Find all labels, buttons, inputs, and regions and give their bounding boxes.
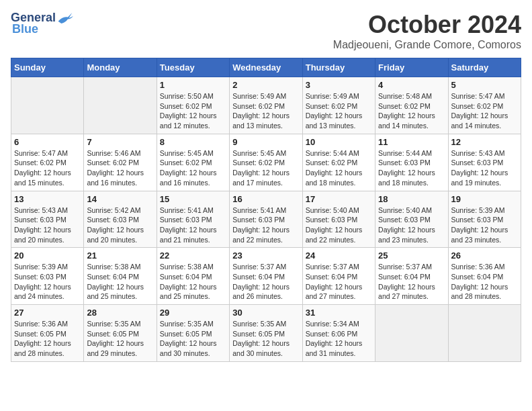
day-number: 19: [451, 194, 518, 204]
day-info: Sunrise: 5:36 AM Sunset: 6:04 PM Dayligh…: [451, 262, 518, 302]
calendar-day-cell: 5Sunrise: 5:47 AM Sunset: 6:02 PM Daylig…: [448, 77, 521, 134]
day-number: 25: [378, 250, 445, 261]
month-title: October 2024: [333, 11, 521, 39]
weekday-header: Friday: [375, 58, 448, 77]
calendar-day-cell: 21Sunrise: 5:38 AM Sunset: 6:04 PM Dayli…: [84, 248, 157, 305]
location: Madjeoueni, Grande Comore, Comoros: [333, 39, 521, 51]
day-info: Sunrise: 5:49 AM Sunset: 6:02 PM Dayligh…: [306, 91, 372, 131]
weekday-header: Saturday: [448, 58, 521, 77]
calendar-day-cell: 20Sunrise: 5:39 AM Sunset: 6:03 PM Dayli…: [11, 248, 84, 305]
day-info: Sunrise: 5:35 AM Sunset: 6:05 PM Dayligh…: [232, 319, 299, 359]
calendar-week-row: 1Sunrise: 5:50 AM Sunset: 6:02 PM Daylig…: [11, 77, 521, 134]
day-info: Sunrise: 5:35 AM Sunset: 6:05 PM Dayligh…: [87, 319, 153, 359]
calendar-day-cell: 2Sunrise: 5:49 AM Sunset: 6:02 PM Daylig…: [230, 77, 302, 134]
day-info: Sunrise: 5:44 AM Sunset: 6:03 PM Dayligh…: [378, 148, 445, 188]
logo: General Blue: [11, 11, 72, 36]
day-info: Sunrise: 5:39 AM Sunset: 6:03 PM Dayligh…: [451, 205, 518, 245]
day-info: Sunrise: 5:43 AM Sunset: 6:03 PM Dayligh…: [14, 205, 81, 245]
calendar-day-cell: 9Sunrise: 5:45 AM Sunset: 6:02 PM Daylig…: [230, 134, 302, 191]
day-info: Sunrise: 5:45 AM Sunset: 6:02 PM Dayligh…: [232, 148, 299, 188]
logo-blue: Blue: [12, 22, 38, 36]
day-info: Sunrise: 5:34 AM Sunset: 6:06 PM Dayligh…: [306, 319, 372, 359]
day-number: 18: [378, 194, 445, 204]
day-number: 9: [232, 137, 299, 147]
day-info: Sunrise: 5:40 AM Sunset: 6:03 PM Dayligh…: [306, 205, 372, 245]
day-info: Sunrise: 5:37 AM Sunset: 6:04 PM Dayligh…: [232, 262, 299, 302]
day-number: 26: [451, 250, 518, 261]
calendar-day-cell: 24Sunrise: 5:37 AM Sunset: 6:04 PM Dayli…: [302, 248, 375, 305]
calendar-day-cell: 13Sunrise: 5:43 AM Sunset: 6:03 PM Dayli…: [11, 191, 84, 248]
day-info: Sunrise: 5:50 AM Sunset: 6:02 PM Dayligh…: [160, 91, 226, 131]
calendar-day-cell: 10Sunrise: 5:44 AM Sunset: 6:02 PM Dayli…: [302, 134, 375, 191]
day-info: Sunrise: 5:47 AM Sunset: 6:02 PM Dayligh…: [451, 91, 518, 131]
day-info: Sunrise: 5:44 AM Sunset: 6:02 PM Dayligh…: [306, 148, 372, 188]
calendar-day-cell: [11, 77, 84, 134]
day-info: Sunrise: 5:38 AM Sunset: 6:04 PM Dayligh…: [160, 262, 226, 302]
title-area: October 2024 Madjeoueni, Grande Comore, …: [333, 11, 521, 51]
calendar-day-cell: 31Sunrise: 5:34 AM Sunset: 6:06 PM Dayli…: [302, 305, 375, 362]
day-number: 20: [14, 250, 81, 261]
calendar-header-row: SundayMondayTuesdayWednesdayThursdayFrid…: [11, 58, 521, 77]
day-info: Sunrise: 5:37 AM Sunset: 6:04 PM Dayligh…: [306, 262, 372, 302]
day-number: 8: [160, 137, 226, 147]
day-number: 31: [306, 308, 372, 318]
calendar-week-row: 27Sunrise: 5:36 AM Sunset: 6:05 PM Dayli…: [11, 305, 521, 362]
calendar-day-cell: 29Sunrise: 5:35 AM Sunset: 6:05 PM Dayli…: [157, 305, 229, 362]
weekday-header: Monday: [84, 58, 157, 77]
calendar-day-cell: 26Sunrise: 5:36 AM Sunset: 6:04 PM Dayli…: [448, 248, 521, 305]
day-number: 3: [306, 80, 372, 90]
day-number: 24: [306, 250, 372, 261]
day-number: 11: [378, 137, 445, 147]
day-info: Sunrise: 5:49 AM Sunset: 6:02 PM Dayligh…: [232, 91, 299, 131]
calendar-day-cell: 3Sunrise: 5:49 AM Sunset: 6:02 PM Daylig…: [302, 77, 375, 134]
day-info: Sunrise: 5:41 AM Sunset: 6:03 PM Dayligh…: [232, 205, 299, 245]
day-info: Sunrise: 5:47 AM Sunset: 6:02 PM Dayligh…: [14, 148, 81, 188]
calendar-day-cell: [375, 305, 448, 362]
calendar-day-cell: 19Sunrise: 5:39 AM Sunset: 6:03 PM Dayli…: [448, 191, 521, 248]
day-info: Sunrise: 5:48 AM Sunset: 6:02 PM Dayligh…: [378, 91, 445, 131]
day-number: 7: [87, 137, 153, 147]
weekday-header: Wednesday: [230, 58, 302, 77]
day-number: 22: [160, 250, 226, 261]
calendar-day-cell: 30Sunrise: 5:35 AM Sunset: 6:05 PM Dayli…: [230, 305, 302, 362]
day-number: 1: [160, 80, 226, 90]
day-info: Sunrise: 5:35 AM Sunset: 6:05 PM Dayligh…: [160, 319, 226, 359]
day-info: Sunrise: 5:39 AM Sunset: 6:03 PM Dayligh…: [14, 262, 81, 302]
calendar-day-cell: 8Sunrise: 5:45 AM Sunset: 6:02 PM Daylig…: [157, 134, 229, 191]
calendar-day-cell: 17Sunrise: 5:40 AM Sunset: 6:03 PM Dayli…: [302, 191, 375, 248]
calendar-day-cell: 7Sunrise: 5:46 AM Sunset: 6:02 PM Daylig…: [84, 134, 157, 191]
calendar-day-cell: 4Sunrise: 5:48 AM Sunset: 6:02 PM Daylig…: [375, 77, 448, 134]
calendar-day-cell: 16Sunrise: 5:41 AM Sunset: 6:03 PM Dayli…: [230, 191, 302, 248]
calendar: SundayMondayTuesdayWednesdayThursdayFrid…: [11, 58, 521, 362]
logo-bird-icon: [57, 11, 73, 25]
day-number: 16: [232, 194, 299, 204]
calendar-day-cell: 27Sunrise: 5:36 AM Sunset: 6:05 PM Dayli…: [11, 305, 84, 362]
calendar-day-cell: 1Sunrise: 5:50 AM Sunset: 6:02 PM Daylig…: [157, 77, 229, 134]
day-number: 27: [14, 308, 81, 318]
weekday-header: Sunday: [11, 58, 84, 77]
day-number: 2: [232, 80, 299, 90]
day-info: Sunrise: 5:40 AM Sunset: 6:03 PM Dayligh…: [378, 205, 445, 245]
day-number: 5: [451, 80, 518, 90]
calendar-day-cell: 12Sunrise: 5:43 AM Sunset: 6:03 PM Dayli…: [448, 134, 521, 191]
weekday-header: Tuesday: [157, 58, 229, 77]
day-number: 13: [14, 194, 81, 204]
day-number: 6: [14, 137, 81, 147]
day-info: Sunrise: 5:36 AM Sunset: 6:05 PM Dayligh…: [14, 319, 81, 359]
day-info: Sunrise: 5:45 AM Sunset: 6:02 PM Dayligh…: [160, 148, 226, 188]
calendar-day-cell: 14Sunrise: 5:42 AM Sunset: 6:03 PM Dayli…: [84, 191, 157, 248]
calendar-day-cell: 15Sunrise: 5:41 AM Sunset: 6:03 PM Dayli…: [157, 191, 229, 248]
day-number: 29: [160, 308, 226, 318]
day-number: 10: [306, 137, 372, 147]
calendar-week-row: 20Sunrise: 5:39 AM Sunset: 6:03 PM Dayli…: [11, 248, 521, 305]
day-number: 4: [378, 80, 445, 90]
calendar-day-cell: 18Sunrise: 5:40 AM Sunset: 6:03 PM Dayli…: [375, 191, 448, 248]
day-number: 14: [87, 194, 153, 204]
calendar-day-cell: [84, 77, 157, 134]
calendar-day-cell: 11Sunrise: 5:44 AM Sunset: 6:03 PM Dayli…: [375, 134, 448, 191]
day-number: 15: [160, 194, 226, 204]
day-info: Sunrise: 5:42 AM Sunset: 6:03 PM Dayligh…: [87, 205, 153, 245]
day-number: 12: [451, 137, 518, 147]
calendar-day-cell: 28Sunrise: 5:35 AM Sunset: 6:05 PM Dayli…: [84, 305, 157, 362]
day-number: 23: [232, 250, 299, 261]
